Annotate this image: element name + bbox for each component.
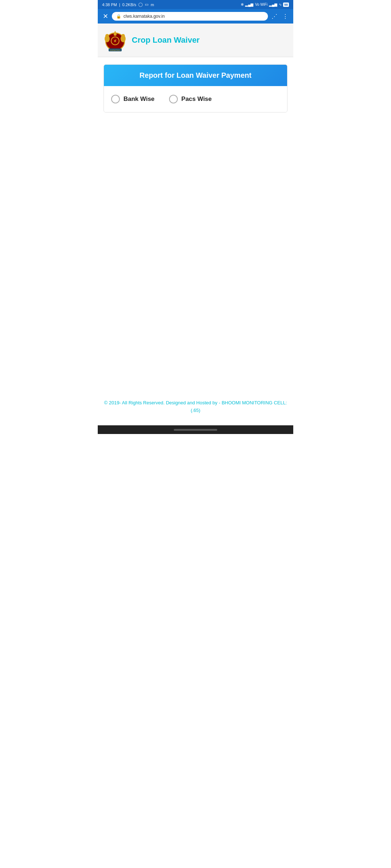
vo-wifi-label: Vo WiFi (255, 3, 267, 7)
svg-text:KARNATAKA: KARNATAKA (110, 49, 121, 51)
browser-close-button[interactable]: ✕ (103, 12, 108, 20)
bank-wise-radio[interactable] (111, 95, 120, 103)
report-card-body: Bank Wise Pacs Wise (104, 86, 287, 112)
share-icon[interactable]: ⋰ (272, 13, 277, 20)
bank-wise-label: Bank Wise (123, 95, 155, 103)
page-header: ಕ KARNATAKA Crop Loan Waiver (98, 24, 293, 57)
pacs-wise-label: Pacs Wise (181, 95, 212, 103)
status-bar: 4:38 PM | 0.2KB/s ◯ ▭ m ✻ ▂▄▆ Vo WiFi ▂▄… (98, 0, 293, 9)
pacs-wise-option[interactable]: Pacs Wise (169, 95, 212, 103)
bottom-nav-bar (98, 425, 293, 434)
footer-text: © 2019- All Rights Reserved. Designed an… (104, 400, 287, 413)
svg-point-10 (114, 33, 117, 36)
karnataka-emblem: ಕ KARNATAKA (104, 29, 127, 52)
url-bar[interactable]: 🔒 clws.karnataka.gov.in (112, 12, 268, 21)
bluetooth-icon: ✻ (241, 3, 244, 7)
browser-actions: ⋰ ⋮ (272, 13, 288, 20)
mail-icon: m (151, 3, 154, 7)
url-text: clws.karnataka.gov.in (123, 14, 165, 19)
cloud-icon: ◯ (138, 2, 143, 7)
svg-point-3 (105, 34, 109, 38)
status-left: 4:38 PM | 0.2KB/s ◯ ▭ m (102, 2, 154, 7)
report-card-header: Report for Loan Waiver Payment (104, 65, 287, 86)
footer: © 2019- All Rights Reserved. Designed an… (98, 392, 293, 425)
battery-indicator: 98 (283, 3, 289, 7)
photo-icon: ▭ (145, 2, 148, 7)
pacs-wise-radio[interactable] (169, 95, 178, 103)
svg-point-5 (121, 34, 125, 38)
browser-bar: ✕ 🔒 clws.karnataka.gov.in ⋰ ⋮ (98, 9, 293, 24)
home-pill[interactable] (174, 429, 217, 431)
report-card-title: Report for Loan Waiver Payment (139, 71, 251, 79)
bank-wise-option[interactable]: Bank Wise (111, 95, 155, 103)
data-speed: 0.2KB/s (122, 3, 136, 7)
time-display: 4:38 PM (102, 3, 117, 7)
svg-text:ಕ: ಕ (113, 39, 117, 43)
report-card: Report for Loan Waiver Payment Bank Wise… (104, 64, 287, 112)
lock-icon: 🔒 (116, 14, 121, 19)
status-right: ✻ ▂▄▆ Vo WiFi ▂▄▆ ∿ 98 (241, 3, 289, 7)
page-title: Crop Loan Waiver (132, 35, 199, 45)
more-options-icon[interactable]: ⋮ (282, 13, 288, 20)
network-speed: | (119, 3, 120, 7)
wifi-icon: ∿ (279, 3, 282, 7)
wifi-signal: ▂▄▆ (269, 3, 277, 7)
main-content: Report for Loan Waiver Payment Bank Wise… (98, 57, 293, 392)
signal-bars: ▂▄▆ (245, 3, 253, 7)
